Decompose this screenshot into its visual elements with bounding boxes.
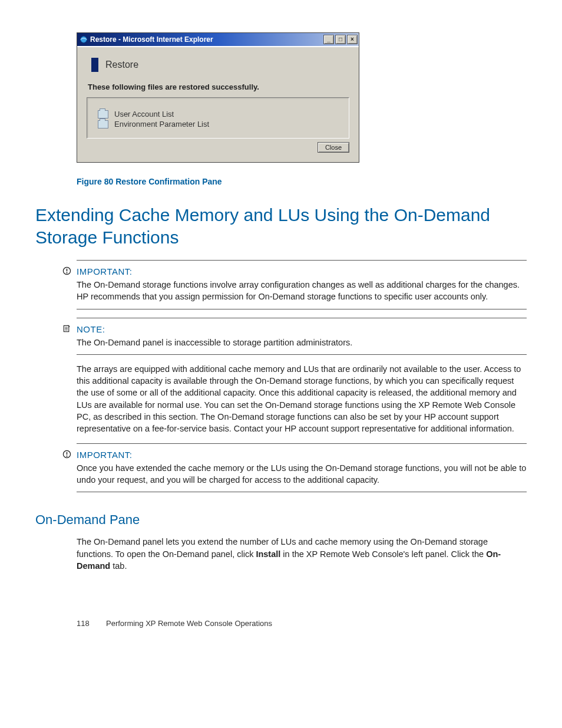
dialog-heading: Restore (105, 60, 138, 70)
important-icon (62, 450, 71, 459)
callout-body: The On-Demand panel is inaccessible to s… (77, 337, 527, 348)
figure-caption: Figure 80 Restore Confirmation Pane (77, 177, 527, 186)
callout-body: The On-Demand storage functions involve … (77, 279, 527, 303)
list-item: User Account List (98, 110, 343, 118)
note-icon (62, 324, 71, 333)
note-callout: NOTE: The On-Demand panel is inaccessibl… (77, 318, 527, 355)
file-name: User Account List (114, 110, 174, 118)
important-callout: IMPORTANT: The On-Demand storage functio… (77, 260, 527, 309)
body-paragraph: The arrays are equipped with additional … (77, 363, 527, 435)
maximize-button[interactable]: □ (335, 35, 346, 44)
text-run: tab. (110, 561, 127, 571)
folder-icon (98, 120, 108, 129)
dialog-titlebar: Restore - Microsoft Internet Explorer _ … (77, 33, 359, 46)
callout-label: IMPORTANT: (77, 266, 132, 276)
running-title: Performing XP Remote Web Console Operati… (106, 619, 272, 628)
dialog-body: Restore These following files are restor… (77, 46, 359, 162)
list-item: Environment Parameter List (98, 120, 343, 129)
file-name: Environment Parameter List (114, 120, 209, 129)
dialog-header-icon (91, 58, 98, 72)
bold-text: Install (256, 549, 280, 559)
subsection-heading: On-Demand Pane (35, 512, 527, 528)
svg-point-3 (66, 272, 67, 274)
important-icon (62, 266, 71, 275)
restored-files-panel: User Account List Environment Parameter … (87, 97, 349, 139)
page-footer: 118 Performing XP Remote Web Console Ope… (77, 619, 527, 628)
dialog-title: Restore - Microsoft Internet Explorer (90, 35, 213, 44)
minimize-button[interactable]: _ (323, 35, 334, 44)
svg-point-0 (81, 37, 87, 43)
important-callout: IMPORTANT: Once you have extended the ca… (77, 443, 527, 493)
callout-label: IMPORTANT: (77, 450, 132, 460)
ie-app-icon (80, 35, 88, 44)
page-number: 118 (77, 619, 94, 628)
folder-icon (98, 110, 108, 118)
close-button[interactable]: Close (318, 142, 349, 153)
body-paragraph: The On-Demand panel lets you extend the … (77, 536, 527, 572)
text-run: in the XP Remote Web Console's left pane… (280, 549, 486, 559)
close-window-button[interactable]: × (347, 35, 358, 44)
svg-point-10 (66, 456, 67, 457)
callout-body: Once you have extended the cache memory … (77, 462, 527, 486)
callout-label: NOTE: (77, 324, 105, 334)
section-heading: Extending Cache Memory and LUs Using the… (35, 204, 527, 248)
dialog-message: These following files are restored succe… (88, 83, 348, 91)
dialog-header: Restore (87, 58, 349, 72)
restore-dialog: Restore - Microsoft Internet Explorer _ … (77, 32, 359, 163)
